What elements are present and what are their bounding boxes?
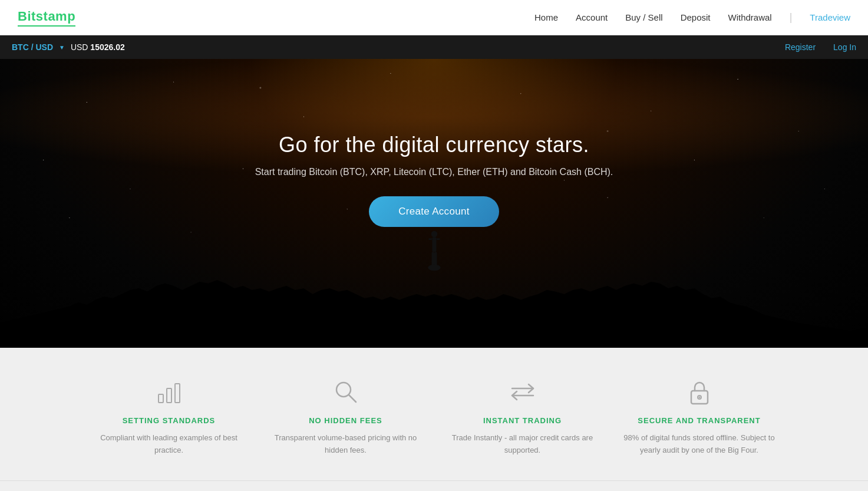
feature-setting-standards: SETTING STANDARDS Compliant with leading…: [81, 377, 258, 457]
ticker-currency: USD: [71, 42, 88, 52]
feature-secure-transparent: SECURE AND TRANSPARENT 98% of digital fu…: [611, 377, 788, 457]
svg-rect-8: [167, 388, 171, 403]
transfer-icon: [446, 377, 599, 407]
feature-title-instant-trading: INSTANT TRADING: [446, 416, 599, 425]
hero-subtitle: Start trading Bitcoin (BTC), XRP, Liteco…: [255, 167, 613, 177]
nav-account[interactable]: Account: [576, 12, 608, 22]
login-link[interactable]: Log In: [833, 42, 856, 52]
hero-content: Go for the digital currency stars. Start…: [255, 133, 613, 274]
nav-links: Home Account Buy / Sell Deposit Withdraw…: [534, 11, 850, 24]
feature-desc-setting-standards: Compliant with leading examples of best …: [93, 432, 246, 457]
ticker-left: BTC / USD ▼ USD 15026.02: [12, 42, 125, 52]
search-icon: [269, 377, 423, 407]
lock-icon: [623, 377, 776, 407]
nav-deposit[interactable]: Deposit: [681, 12, 711, 22]
register-link[interactable]: Register: [785, 42, 816, 52]
ticker-value: 15026.02: [90, 42, 124, 52]
nav-buysell[interactable]: Buy / Sell: [625, 12, 662, 22]
features-section: SETTING STANDARDS Compliant with leading…: [0, 348, 868, 480]
logo[interactable]: Bitstamp: [18, 9, 75, 27]
overview-bar: OVERVIEW Tradeview >: [0, 480, 868, 491]
chevron-down-icon: ▼: [59, 44, 65, 51]
top-nav: Bitstamp Home Account Buy / Sell Deposit…: [0, 0, 868, 35]
svg-rect-9: [175, 384, 180, 403]
svg-line-11: [349, 395, 356, 402]
nav-home[interactable]: Home: [534, 12, 558, 22]
svg-point-16: [698, 397, 700, 398]
feature-instant-trading: INSTANT TRADING Trade Instantly - all ma…: [434, 377, 611, 457]
hero-section: Go for the digital currency stars. Start…: [0, 59, 868, 348]
ticker-right: Register Log In: [785, 42, 856, 52]
svg-rect-7: [159, 394, 163, 403]
hero-title: Go for the digital currency stars.: [255, 133, 613, 157]
feature-no-hidden-fees: NO HIDDEN FEES Transparent volume-based …: [258, 377, 434, 457]
feature-desc-instant-trading: Trade Instantly - all major credit cards…: [446, 432, 599, 457]
nav-withdrawal[interactable]: Withdrawal: [728, 12, 771, 22]
nav-tradeview[interactable]: Tradeview: [810, 12, 850, 22]
bar-chart-icon: [93, 377, 246, 407]
create-account-button[interactable]: Create Account: [369, 196, 499, 227]
feature-title-secure-transparent: SECURE AND TRANSPARENT: [623, 416, 776, 425]
logo-text: Bitstamp: [18, 9, 75, 24]
feature-desc-no-hidden-fees: Transparent volume-based pricing with no…: [269, 432, 423, 457]
feature-title-no-hidden-fees: NO HIDDEN FEES: [269, 416, 423, 425]
ticker-pair[interactable]: BTC / USD: [12, 42, 53, 52]
ticker-bar: BTC / USD ▼ USD 15026.02 Register Log In: [0, 35, 868, 59]
feature-desc-secure-transparent: 98% of digital funds stored offline. Sub…: [623, 432, 776, 457]
nav-divider: |: [790, 11, 793, 24]
ticker-price: USD 15026.02: [71, 42, 125, 52]
feature-title-setting-standards: SETTING STANDARDS: [93, 416, 246, 425]
